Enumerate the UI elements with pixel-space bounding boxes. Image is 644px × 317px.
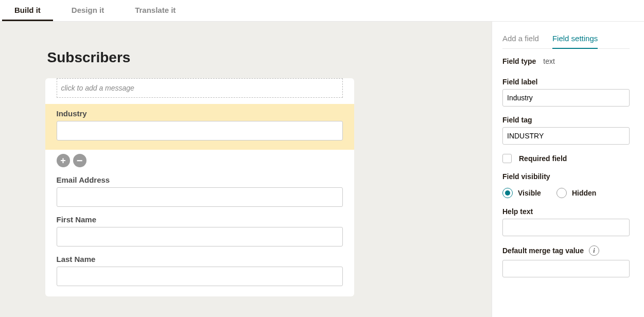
row-field-type: Field type text [502,57,630,68]
minus-icon: − [77,155,83,166]
canvas-inner: Subscribers click to add a message Indus… [45,49,447,296]
field-industry[interactable]: Industry [45,104,354,150]
tab-field-settings[interactable]: Field settings [552,31,598,49]
form-canvas: Subscribers click to add a message Indus… [0,22,492,317]
row-visibility: Field visibility Visible Hidden [502,172,630,198]
row-help-text: Help text [502,207,630,236]
message-slot[interactable]: click to add a message [57,78,343,98]
plus-icon: + [60,156,66,165]
row-field-label: Field label [502,78,630,107]
tab-translate-it[interactable]: Translate it [123,1,188,21]
workspace: Subscribers click to add a message Indus… [0,22,644,317]
field-first-name-input[interactable] [57,227,343,246]
input-default-merge[interactable] [502,260,630,277]
visibility-options: Visible Hidden [502,188,630,198]
field-email[interactable]: Email Address [57,175,343,207]
label-field-tag: Field tag [502,116,532,124]
tab-design-it[interactable]: Design it [59,1,116,21]
field-last-name[interactable]: Last Name [57,255,343,286]
form-card: click to add a message Industry + − [45,78,354,296]
label-field-type: Field type [502,57,536,65]
top-tabbar: Build it Design it Translate it [0,0,644,22]
field-industry-input[interactable] [57,121,343,140]
label-default-merge: Default merge tag value [502,246,584,255]
radio-hidden[interactable] [556,188,567,198]
radio-visible[interactable] [502,188,513,198]
form-title: Subscribers [47,49,447,66]
field-email-label: Email Address [57,175,343,184]
label-hidden: Hidden [572,189,596,197]
add-field-button[interactable]: + [57,154,70,167]
value-field-type: text [543,57,555,65]
field-last-name-label: Last Name [57,255,343,263]
tab-build-it[interactable]: Build it [2,1,53,21]
label-visible: Visible [518,189,541,197]
label-required: Required field [519,154,567,163]
row-required: Required field [502,154,630,163]
label-field-label: Field label [502,78,537,86]
label-help-text: Help text [502,207,533,216]
input-field-label[interactable] [502,89,630,107]
field-last-name-input[interactable] [57,267,343,286]
checkbox-required[interactable] [502,154,512,163]
row-field-tag: Field tag [502,116,630,145]
field-actions: + − [57,154,354,167]
field-first-name[interactable]: First Name [57,215,343,246]
field-industry-label: Industry [57,109,343,118]
info-icon[interactable]: i [589,245,599,256]
settings-panel: Add a field Field settings Field type te… [492,22,644,317]
remove-field-button[interactable]: − [73,154,86,167]
input-field-tag[interactable] [502,127,630,145]
input-help-text[interactable] [502,219,630,236]
field-first-name-label: First Name [57,215,343,224]
settings-tabs: Add a field Field settings [502,31,630,49]
label-visibility: Field visibility [502,172,550,181]
radio-dot-icon [505,190,510,196]
tab-add-field[interactable]: Add a field [502,31,539,48]
row-default-merge: Default merge tag value i [502,245,630,277]
field-email-input[interactable] [57,187,343,207]
